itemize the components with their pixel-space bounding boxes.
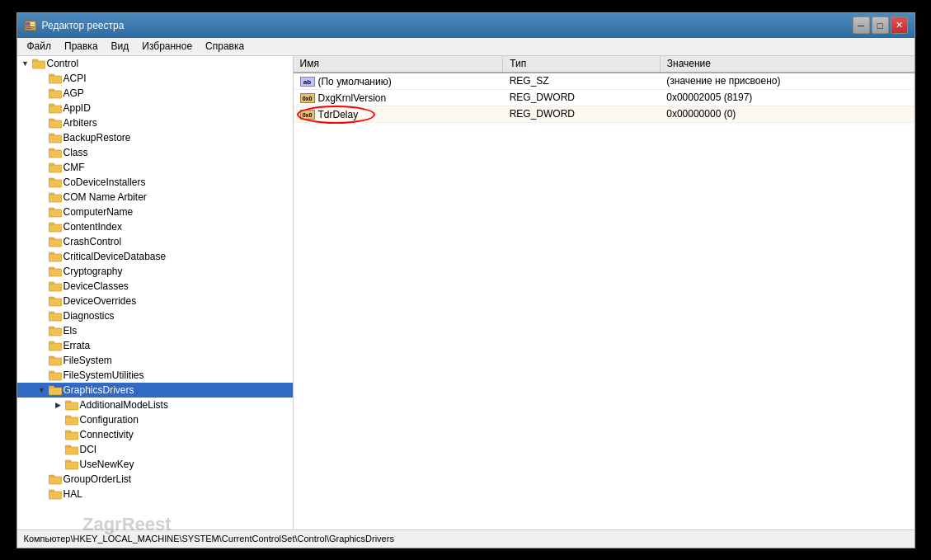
expander-icon xyxy=(37,296,47,306)
tree-item-additionalmodelists[interactable]: ▶AdditionalModeLists xyxy=(17,398,293,412)
tree-item-cmf[interactable]: CMF xyxy=(17,160,293,175)
expander-icon: ▶ xyxy=(54,400,63,410)
right-panel[interactable]: Имя Тип Значение ab(По умолчанию)REG_SZ(… xyxy=(294,56,915,529)
expander-icon xyxy=(37,148,47,158)
app-icon xyxy=(24,19,37,32)
tree-item-diagnostics[interactable]: Diagnostics xyxy=(17,308,293,323)
svg-rect-57 xyxy=(65,432,78,440)
col-name[interactable]: Имя xyxy=(294,56,503,73)
menu-item-правка[interactable]: Правка xyxy=(58,39,105,54)
folder-icon xyxy=(32,58,45,69)
tree-item-connectivity[interactable]: Connectivity xyxy=(17,427,293,442)
tree-item-class[interactable]: Class xyxy=(17,145,293,160)
col-type[interactable]: Тип xyxy=(503,56,661,73)
tree-item-deviceclasses[interactable]: DeviceClasses xyxy=(17,279,293,294)
svg-rect-5 xyxy=(26,28,31,29)
tree-item-grouporderlist[interactable]: GroupOrderList xyxy=(17,472,293,487)
folder-icon xyxy=(49,206,62,218)
folder-icon xyxy=(49,266,62,277)
folder-icon xyxy=(49,191,62,203)
tree-item-label: Els xyxy=(63,325,78,336)
tree-item-filesystem[interactable]: FileSystem xyxy=(17,353,293,368)
expander-icon xyxy=(37,118,47,128)
menu-item-избранное[interactable]: Избранное xyxy=(135,39,199,54)
expander-icon xyxy=(37,281,47,291)
expander-icon xyxy=(37,266,47,276)
reg-type-cell: REG_DWORD xyxy=(503,89,661,106)
reg-type-icon: ab xyxy=(300,77,315,87)
reg-type-cell: REG_DWORD xyxy=(503,106,661,122)
expander-icon xyxy=(37,177,47,187)
folder-icon xyxy=(49,117,62,129)
menu-item-вид[interactable]: Вид xyxy=(105,39,136,54)
folder-icon xyxy=(49,251,62,262)
tree-item-crashcontrol[interactable]: CrashControl xyxy=(17,234,293,249)
menu-item-справка[interactable]: Справка xyxy=(199,39,251,54)
maximize-button[interactable]: □ xyxy=(872,16,889,34)
svg-rect-29 xyxy=(49,224,62,232)
tree-item-configuration[interactable]: Configuration xyxy=(17,412,293,427)
tree-item-criticaldevicedatabase[interactable]: CriticalDeviceDatabase xyxy=(17,249,293,264)
reg-value-cell: 0x00002005 (8197) xyxy=(660,89,914,106)
svg-rect-11 xyxy=(49,91,62,98)
tree-item-errata[interactable]: Errata xyxy=(17,338,293,353)
tree-item-label: HAL xyxy=(63,488,82,500)
expander-icon xyxy=(54,415,63,425)
tree-item-comnamearbiter[interactable]: COM Name Arbiter xyxy=(17,190,293,205)
folder-icon xyxy=(49,355,62,366)
svg-rect-53 xyxy=(65,402,78,410)
tree-item-cryptography[interactable]: Cryptography xyxy=(17,264,293,279)
tree-item-arbiters[interactable]: Arbiters xyxy=(17,115,293,130)
main-window: Редактор реестра ─ □ ✕ ФайлПравкаВидИзбр… xyxy=(16,12,915,548)
tree-item-acpi[interactable]: ACPI xyxy=(17,71,293,86)
svg-rect-1 xyxy=(26,22,30,26)
tree-item-control[interactable]: ▼Control xyxy=(17,56,293,71)
tree-item-filesystemutilities[interactable]: FileSystemUtilities xyxy=(17,368,293,383)
table-row[interactable]: 0x0DxgKrnlVersionREG_DWORD0x00002005 (81… xyxy=(294,89,915,106)
tree-item-label: AdditionalModeLists xyxy=(80,399,168,411)
tree-item-label: DCI xyxy=(80,444,97,455)
reg-value-cell: 0x00000000 (0) xyxy=(660,106,914,122)
left-panel[interactable]: ▼ControlACPIAGPAppIDArbitersBackupRestor… xyxy=(17,56,294,529)
tree-item-dci[interactable]: DCI xyxy=(17,442,293,457)
folder-icon xyxy=(65,414,78,426)
tree-item-deviceoverrides[interactable]: DeviceOverrides xyxy=(17,294,293,308)
folder-icon xyxy=(49,176,62,188)
svg-rect-49 xyxy=(49,373,62,380)
menu-item-файл[interactable]: Файл xyxy=(21,39,59,54)
svg-rect-21 xyxy=(49,165,62,172)
expander-icon xyxy=(37,370,47,380)
tree-item-usenewkey[interactable]: UseNewKey xyxy=(17,457,293,472)
tree-item-label: CrashControl xyxy=(63,236,122,247)
tree-item-backuprestore[interactable]: BackupRestore xyxy=(17,130,293,145)
tree-item-label: AppID xyxy=(63,102,91,114)
tree-item-codeviceinstallers[interactable]: CoDeviceInstallers xyxy=(17,175,293,190)
svg-rect-9 xyxy=(49,76,62,83)
svg-rect-33 xyxy=(49,254,62,261)
tree-item-contentindex[interactable]: ContentIndex xyxy=(17,219,293,234)
tree-item-label: DeviceOverrides xyxy=(63,295,137,307)
expander-icon xyxy=(37,311,47,321)
tree-item-els[interactable]: Els xyxy=(17,323,293,338)
col-value[interactable]: Значение xyxy=(660,56,914,73)
tree-item-hal[interactable]: HAL xyxy=(17,487,293,501)
folder-icon xyxy=(65,429,78,440)
folder-icon xyxy=(49,162,62,173)
tree-item-computername[interactable]: ComputerName xyxy=(17,205,293,219)
reg-type-icon: 0x0 xyxy=(300,110,315,120)
tree-item-label: AGP xyxy=(63,87,84,99)
table-row[interactable]: 0x0TdrDelayREG_DWORD0x00000000 (0) xyxy=(294,106,915,122)
reg-name-cell: 0x0DxgKrnlVersion xyxy=(294,89,503,106)
table-row[interactable]: ab(По умолчанию)REG_SZ(значение не присв… xyxy=(294,73,915,90)
tree-item-appid[interactable]: AppID xyxy=(17,101,293,115)
svg-rect-55 xyxy=(65,417,78,425)
expander-icon xyxy=(37,103,47,113)
close-button[interactable]: ✕ xyxy=(891,16,908,34)
expander-icon xyxy=(37,355,47,365)
status-bar: Компьютер\HKEY_LOCAL_MACHINE\SYSTEM\Curr… xyxy=(17,529,915,548)
expander-icon: ▼ xyxy=(37,385,47,395)
tree-item-agp[interactable]: AGP xyxy=(17,86,293,101)
folder-icon xyxy=(49,295,62,307)
tree-item-graphicsdrivers[interactable]: ▼GraphicsDrivers xyxy=(17,383,293,398)
minimize-button[interactable]: ─ xyxy=(853,16,870,34)
